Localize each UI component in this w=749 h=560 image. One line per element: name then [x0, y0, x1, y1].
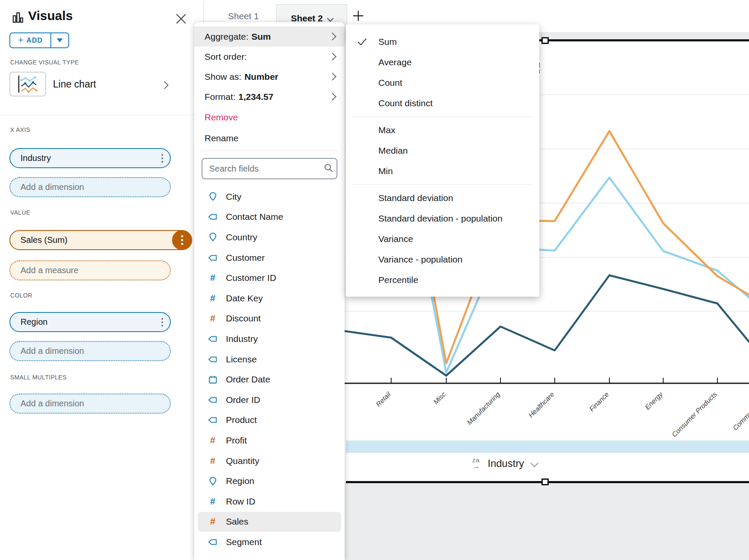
- aggregate-option-variance[interactable]: Variance: [346, 229, 539, 249]
- resize-handle-bottom[interactable]: [541, 478, 549, 485]
- aggregate-option-max[interactable]: Max: [346, 120, 539, 140]
- field-name: Industry: [226, 334, 258, 344]
- menu-item-label: Show as:: [205, 72, 241, 82]
- divider: [201, 151, 338, 151]
- aggregate-option-label: Standard deviation - population: [378, 213, 503, 224]
- menu-item-value: 1,234.57: [238, 92, 273, 102]
- color-well-region[interactable]: Region: [9, 312, 171, 332]
- field-menu-button[interactable]: [172, 230, 192, 250]
- field-item-segment[interactable]: Segment: [198, 532, 341, 552]
- divider: [353, 117, 532, 117]
- field-name: Country: [226, 232, 257, 242]
- close-icon[interactable]: [175, 13, 187, 25]
- menu-item-label: Remove: [205, 112, 238, 122]
- field-item-product[interactable]: Product: [198, 410, 341, 431]
- field-item-city[interactable]: City: [198, 187, 341, 207]
- search-input[interactable]: [208, 163, 323, 174]
- field-item-quantity[interactable]: #Quantity: [198, 451, 341, 471]
- field-item-row-id[interactable]: #Row ID: [198, 491, 341, 512]
- context-menu-items: Aggregate:SumSort order:Show as:NumberFo…: [194, 26, 345, 148]
- field-item-customer-id[interactable]: #Customer ID: [198, 268, 341, 288]
- small-multiples-add-dimension[interactable]: Add a dimension: [9, 394, 171, 414]
- divider: [353, 184, 532, 185]
- field-name: Customer: [226, 253, 265, 263]
- field-item-contact-name[interactable]: Contact Name: [198, 207, 341, 228]
- field-item-industry[interactable]: Industry: [198, 329, 341, 349]
- aggregate-option-percentile[interactable]: Percentile: [346, 270, 539, 290]
- hash-icon: #: [206, 456, 219, 466]
- menu-item-show-as[interactable]: Show as:Number: [194, 67, 345, 87]
- chevron-down-icon[interactable]: [327, 15, 334, 22]
- chevron-right-icon: [328, 32, 336, 40]
- menu-item-label: Rename: [205, 133, 238, 143]
- field-item-order-date[interactable]: Order Date: [198, 369, 341, 390]
- add-dropdown-button[interactable]: [50, 33, 68, 47]
- divider: [0, 115, 196, 115]
- search-icon: [323, 163, 334, 175]
- field-name: Date Key: [226, 293, 263, 303]
- field-item-order-id[interactable]: Order ID: [198, 390, 341, 410]
- menu-item-rename[interactable]: Rename: [194, 128, 345, 148]
- field-item-country[interactable]: Country: [198, 227, 341, 248]
- sort-za-icon[interactable]: za→: [472, 457, 480, 470]
- field-name: Contact Name: [226, 212, 283, 222]
- field-name: Segment: [226, 537, 262, 547]
- aggregate-option-count-distinct[interactable]: Count distinct: [346, 93, 539, 114]
- kebab-menu-icon[interactable]: [161, 154, 163, 163]
- field-item-date-key[interactable]: #Date Key: [198, 288, 341, 309]
- resize-handle-top[interactable]: [541, 37, 549, 44]
- field-name: City: [226, 192, 241, 202]
- plus-icon: +: [18, 35, 24, 45]
- hash-icon: #: [206, 517, 219, 526]
- caret-down-icon: [57, 38, 63, 42]
- x-axis-well-industry[interactable]: Industry: [9, 148, 171, 168]
- add-button[interactable]: + ADD: [9, 32, 69, 48]
- aggregate-option-label: Variance - population: [378, 254, 462, 265]
- field-item-license[interactable]: License: [198, 349, 341, 370]
- chevron-right-icon[interactable]: [161, 81, 168, 89]
- field-item-discount[interactable]: #Discount: [198, 309, 341, 329]
- visual-type-thumbnail[interactable]: [9, 72, 46, 96]
- aggregate-option-min[interactable]: Min: [346, 161, 539, 181]
- aggregate-option-label: Standard deviation: [378, 193, 453, 203]
- menu-item-aggregate[interactable]: Aggregate:Sum: [194, 26, 345, 47]
- field-context-menu: Aggregate:SumSort order:Show as:NumberFo…: [194, 22, 345, 560]
- placeholder-label: Add a dimension: [20, 399, 84, 408]
- field-item-customer[interactable]: Customer: [198, 248, 341, 268]
- kebab-menu-icon[interactable]: [161, 318, 163, 327]
- aggregate-option-label: Median: [378, 146, 408, 156]
- field-item-region[interactable]: Region: [198, 471, 341, 491]
- field-name: Discount: [226, 313, 261, 324]
- aggregate-option-count[interactable]: Count: [346, 73, 539, 93]
- field-name: License: [226, 354, 257, 365]
- value-well-sales-sum[interactable]: Sales (Sum): [9, 230, 191, 250]
- aggregate-option-sum[interactable]: Sum: [346, 32, 539, 52]
- field-name: Region: [226, 476, 255, 486]
- chevron-down-icon[interactable]: [531, 459, 538, 467]
- placeholder-label: Add a dimension: [20, 182, 84, 192]
- color-add-dimension[interactable]: Add a dimension: [9, 341, 171, 361]
- menu-item-format[interactable]: Format:1,234.57: [194, 87, 345, 107]
- aggregate-option-average[interactable]: Average: [346, 52, 539, 73]
- aggregate-option-median[interactable]: Median: [346, 140, 539, 161]
- aggregate-option-standard-deviation[interactable]: Standard deviation: [346, 188, 539, 208]
- menu-item-remove[interactable]: Remove: [194, 107, 345, 128]
- value-add-measure[interactable]: Add a measure: [9, 260, 171, 280]
- aggregate-option-variance-population[interactable]: Variance - population: [346, 249, 539, 270]
- tag-icon: [206, 212, 219, 222]
- hash-icon: #: [206, 314, 219, 323]
- field-name: Sales: [226, 516, 249, 527]
- field-item-profit[interactable]: #Profit: [198, 430, 341, 451]
- aggregate-option-standard-deviation-population[interactable]: Standard deviation - population: [346, 208, 539, 229]
- field-item-sales[interactable]: #Sales: [198, 512, 341, 532]
- add-sheet-button[interactable]: [352, 9, 366, 23]
- aggregate-option-label: Variance: [378, 234, 413, 244]
- x-axis-add-dimension[interactable]: Add a dimension: [9, 177, 171, 197]
- tag-icon: [206, 415, 219, 425]
- hash-icon: #: [206, 497, 219, 506]
- chart-scrollbar[interactable]: [346, 440, 749, 453]
- change-visual-type-label: CHANGE VISUAL TYPE: [10, 59, 79, 66]
- bar-chart-icon: [12, 11, 24, 26]
- aggregate-option-label: Average: [378, 57, 412, 67]
- menu-item-sort-order[interactable]: Sort order:: [194, 47, 345, 67]
